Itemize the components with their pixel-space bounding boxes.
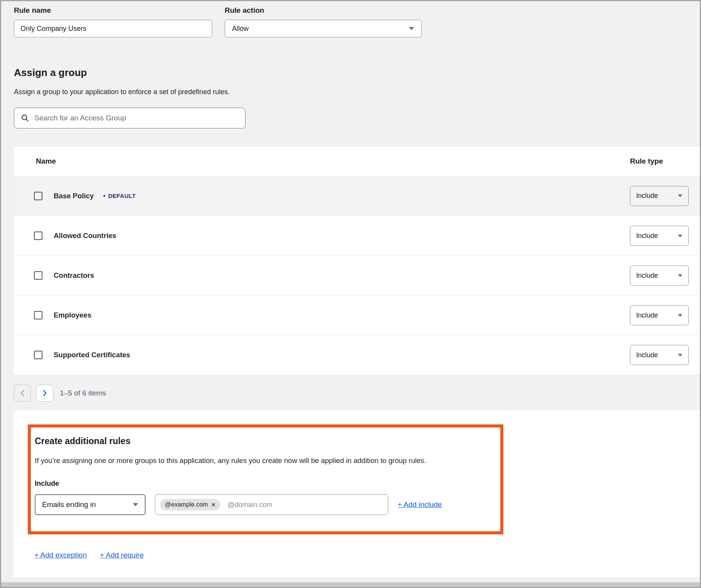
rule-type-value: Include — [636, 311, 658, 319]
create-additional-rules-description: If you’re assigning one or more groups t… — [35, 456, 493, 465]
table-row: Employees Include — [14, 295, 700, 335]
chevron-left-icon — [20, 390, 25, 397]
access-group-search[interactable] — [14, 108, 246, 128]
row-checkbox[interactable] — [34, 271, 42, 280]
table-header: Name Rule type — [14, 147, 700, 176]
chevron-down-icon — [409, 27, 414, 30]
rule-action-value: Allow — [232, 25, 249, 33]
rule-type-value: Include — [636, 232, 658, 240]
table-row: Allowed Countries Include — [14, 216, 700, 255]
rule-type-select[interactable]: Include — [630, 186, 689, 206]
group-name: Employees — [54, 311, 91, 319]
assign-group-description: Assign a group to your application to en… — [14, 88, 700, 96]
include-condition-value: Emails ending in — [42, 500, 96, 509]
assign-group-title: Assign a group — [14, 67, 700, 79]
pagination: 1–5 of 6 items — [14, 385, 700, 402]
rule-action-label: Rule action — [225, 6, 422, 15]
include-rule-row: Emails ending in @example.com ✕ + Add in… — [35, 494, 493, 515]
next-page-button[interactable] — [36, 385, 53, 402]
search-icon — [21, 114, 29, 122]
groups-table: Name Rule type Base Policy • DEFAULT Inc… — [14, 147, 700, 375]
rule-type-select[interactable]: Include — [630, 265, 689, 286]
chevron-down-icon — [678, 235, 682, 237]
chevron-down-icon — [678, 274, 682, 277]
add-include-link[interactable]: + Add include — [398, 500, 442, 509]
row-checkbox[interactable] — [34, 311, 42, 319]
group-name: Base Policy — [54, 192, 94, 200]
column-header-rule-type: Rule type — [630, 157, 689, 166]
previous-page-button[interactable] — [14, 385, 31, 402]
rule-type-value: Include — [636, 272, 658, 280]
chevron-down-icon — [133, 503, 138, 506]
include-condition-select[interactable]: Emails ending in — [35, 494, 146, 515]
table-row: Base Policy • DEFAULT Include — [14, 176, 700, 216]
row-checkbox[interactable] — [34, 192, 42, 200]
chevron-down-icon — [678, 314, 682, 317]
close-icon[interactable]: ✕ — [211, 502, 215, 508]
chevron-down-icon — [678, 354, 682, 357]
rule-links-row: + Add exception + Add require — [34, 551, 701, 559]
chevron-right-icon — [42, 390, 47, 397]
row-checkbox[interactable] — [34, 231, 42, 240]
group-name: Allowed Countries — [54, 231, 116, 240]
rule-action-select[interactable]: Allow — [225, 20, 422, 37]
rule-name-label: Rule name — [14, 6, 212, 15]
email-domains-input[interactable]: @example.com ✕ — [155, 494, 388, 515]
rule-form: Rule name Rule action Allow — [14, 6, 700, 37]
rule-name-field-group: Rule name — [14, 6, 212, 37]
create-additional-rules-highlight: Create additional rules If you’re assign… — [28, 424, 503, 534]
group-name: Supported Certificates — [54, 351, 130, 359]
create-additional-rules-title: Create additional rules — [35, 436, 493, 446]
rule-type-select[interactable]: Include — [630, 345, 689, 365]
rule-type-value: Include — [636, 192, 658, 200]
include-label: Include — [35, 480, 493, 488]
default-badge: • DEFAULT — [103, 193, 136, 199]
email-domain-chip: @example.com ✕ — [160, 499, 220, 510]
rule-type-select[interactable]: Include — [630, 305, 689, 325]
table-row: Contractors Include — [14, 255, 700, 295]
rule-type-select[interactable]: Include — [630, 226, 689, 246]
default-badge-dot: • — [103, 193, 105, 199]
chip-label: @example.com — [165, 501, 208, 508]
page: Rule name Rule action Allow Assign a gro… — [0, 0, 701, 588]
default-badge-label: DEFAULT — [108, 193, 136, 199]
rule-action-field-group: Rule action Allow — [225, 6, 422, 37]
group-name: Contractors — [54, 271, 94, 280]
add-exception-link[interactable]: + Add exception — [34, 551, 87, 559]
additional-rules-panel: Create additional rules If you’re assign… — [13, 410, 701, 577]
add-require-link[interactable]: + Add require — [100, 551, 144, 559]
rule-type-value: Include — [636, 351, 658, 359]
chevron-down-icon — [678, 194, 682, 197]
row-checkbox[interactable] — [34, 351, 42, 359]
search-input[interactable] — [34, 114, 238, 122]
column-header-name: Name — [36, 157, 630, 166]
window-bottom-edge — [1, 582, 700, 587]
rule-name-input[interactable] — [14, 20, 212, 37]
table-row: Supported Certificates Include — [14, 335, 700, 375]
domain-text-input[interactable] — [227, 501, 383, 509]
pagination-label: 1–5 of 6 items — [60, 389, 106, 397]
